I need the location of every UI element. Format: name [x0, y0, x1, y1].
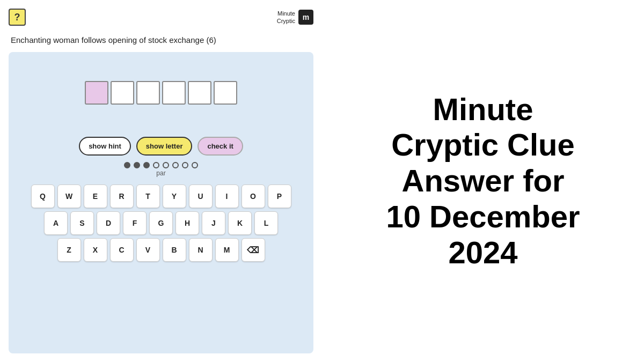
progress-row: par	[124, 162, 198, 177]
dot-2	[143, 162, 150, 168]
answer-boxes	[85, 81, 237, 105]
key-z[interactable]: Z	[57, 238, 81, 262]
top-bar: ? Minute Cryptic m	[9, 9, 313, 26]
buttons-row: show hint show letter check it	[79, 137, 243, 156]
key-w[interactable]: W	[57, 184, 81, 208]
key-o[interactable]: O	[241, 184, 265, 208]
check-it-button[interactable]: check it	[197, 137, 243, 156]
key-e[interactable]: E	[84, 184, 107, 208]
key-m[interactable]: M	[215, 238, 239, 262]
key-b[interactable]: B	[163, 238, 186, 262]
right-panel: Minute Cryptic Clue Answer for 10 Decemb…	[322, 0, 644, 362]
dot-6	[182, 162, 188, 168]
title-heading: Minute Cryptic Clue Answer for 10 Decemb…	[386, 92, 580, 270]
show-hint-button[interactable]: show hint	[79, 137, 131, 156]
answer-box-1[interactable]	[111, 81, 134, 105]
key-g[interactable]: G	[149, 211, 173, 235]
keyboard-row-2: A S D F G H J K L	[17, 211, 305, 235]
help-icon[interactable]: ?	[9, 9, 26, 26]
key-a[interactable]: A	[44, 211, 68, 235]
dot-0	[124, 162, 130, 168]
keyboard: Q W E R T Y U I O P A S D F G H J K L	[17, 184, 305, 262]
key-p[interactable]: P	[268, 184, 291, 208]
key-r[interactable]: R	[110, 184, 134, 208]
logo-text: Minute Cryptic	[277, 10, 295, 25]
key-q[interactable]: Q	[31, 184, 55, 208]
left-panel: ? Minute Cryptic m Enchanting woman foll…	[0, 0, 322, 362]
dot-7	[192, 162, 198, 168]
answer-box-2[interactable]	[136, 81, 160, 105]
dot-3	[153, 162, 159, 168]
key-c[interactable]: C	[110, 238, 134, 262]
key-i[interactable]: I	[215, 184, 239, 208]
clue-text: Enchanting woman follows opening of stoc…	[9, 35, 313, 45]
answer-box-0[interactable]	[85, 81, 108, 105]
dots-row	[124, 162, 198, 168]
backspace-key[interactable]: ⌫	[241, 238, 265, 262]
key-s[interactable]: S	[70, 211, 94, 235]
keyboard-row-3: Z X C V B N M ⌫	[17, 238, 305, 262]
keyboard-row-1: Q W E R T Y U I O P	[17, 184, 305, 208]
answer-box-5[interactable]	[214, 81, 237, 105]
key-d[interactable]: D	[97, 211, 120, 235]
dot-5	[172, 162, 179, 168]
par-label: par	[156, 169, 165, 177]
show-letter-button[interactable]: show letter	[136, 137, 193, 156]
key-j[interactable]: J	[202, 211, 225, 235]
key-l[interactable]: L	[254, 211, 278, 235]
key-x[interactable]: X	[84, 238, 107, 262]
key-u[interactable]: U	[189, 184, 213, 208]
dot-1	[134, 162, 140, 168]
key-f[interactable]: F	[123, 211, 147, 235]
key-t[interactable]: T	[136, 184, 160, 208]
logo-icon: m	[298, 10, 313, 25]
title-block: Minute Cryptic Clue Answer for 10 Decemb…	[386, 92, 580, 270]
key-k[interactable]: K	[228, 211, 252, 235]
answer-box-3[interactable]	[162, 81, 186, 105]
dot-4	[163, 162, 169, 168]
key-y[interactable]: Y	[163, 184, 186, 208]
key-v[interactable]: V	[136, 238, 160, 262]
key-h[interactable]: H	[175, 211, 199, 235]
answer-box-4[interactable]	[188, 81, 211, 105]
logo-area: Minute Cryptic m	[277, 10, 313, 25]
game-area: show hint show letter check it par Q W	[9, 52, 313, 353]
key-n[interactable]: N	[189, 238, 213, 262]
